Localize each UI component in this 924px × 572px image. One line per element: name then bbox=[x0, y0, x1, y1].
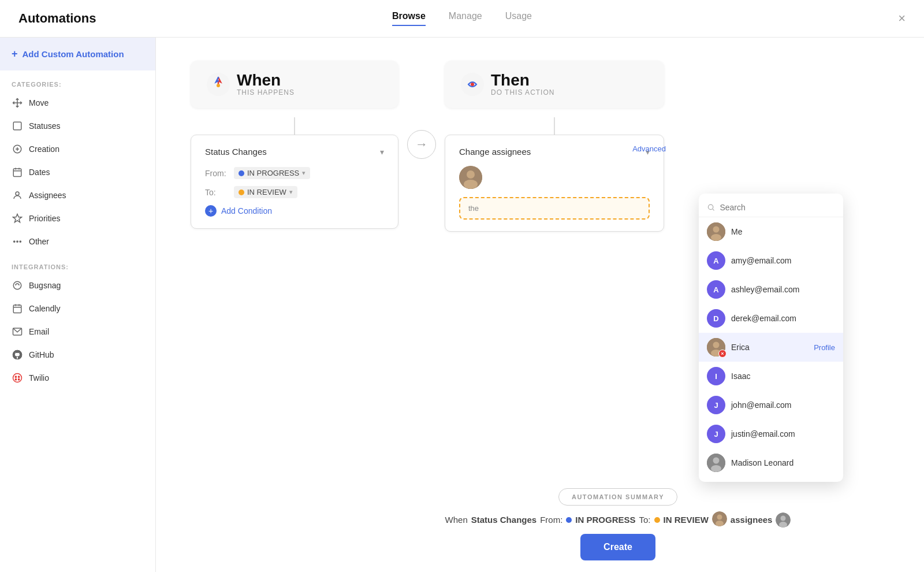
dropdown-item-ashley[interactable]: A ashley@email.com bbox=[699, 275, 843, 304]
svg-rect-4 bbox=[13, 169, 21, 177]
add-custom-automation-label: Add Custom Automation bbox=[23, 49, 124, 59]
sidebar-item-twilio[interactable]: Twilio bbox=[0, 366, 155, 389]
sidebar-item-email[interactable]: Email bbox=[0, 320, 155, 343]
calendly-icon bbox=[12, 303, 23, 314]
assignee-dropdown: Me A amy@email.com A ashley@email.com D … bbox=[699, 194, 843, 482]
isaac-label: Isaac bbox=[731, 372, 750, 381]
summary-from-status: IN PROGRESS bbox=[575, 515, 635, 525]
action-dropdown[interactable]: Change assignees ▾ bbox=[459, 147, 650, 157]
remove-badge: × bbox=[718, 350, 726, 358]
from-row: From: IN PROGRESS ▾ bbox=[205, 167, 384, 179]
sidebar-item-other[interactable]: Other bbox=[0, 230, 155, 253]
sidebar-item-creation[interactable]: Creation bbox=[0, 138, 155, 161]
dropdown-item-john[interactable]: J john@email.com bbox=[699, 391, 843, 419]
then-action-card: Change assignees ▾ bbox=[445, 135, 664, 232]
isaac-avatar: I bbox=[707, 367, 725, 385]
action-label: Change assignees bbox=[459, 147, 531, 157]
svg-rect-0 bbox=[13, 122, 21, 130]
svg-point-45 bbox=[716, 521, 724, 526]
sidebar-item-calendly[interactable]: Calendly bbox=[0, 297, 155, 320]
bottom-area: AUTOMATION SUMMARY When Status Changes F… bbox=[312, 477, 924, 572]
when-subtitle: THIS HAPPENS bbox=[237, 88, 295, 96]
svg-point-42 bbox=[711, 465, 721, 472]
move-icon bbox=[12, 97, 23, 109]
summary-from-dot bbox=[566, 517, 572, 523]
me-avatar bbox=[707, 222, 725, 241]
advanced-link[interactable]: Advanced bbox=[632, 144, 666, 153]
create-button[interactable]: Create bbox=[580, 534, 655, 560]
svg-point-30 bbox=[467, 170, 475, 179]
then-title: Then bbox=[491, 72, 554, 88]
sidebar-item-priorities[interactable]: Priorities bbox=[0, 207, 155, 230]
svg-rect-14 bbox=[13, 305, 21, 313]
dropdown-item-amy[interactable]: A amy@email.com bbox=[699, 246, 843, 275]
dropdown-item-me[interactable]: Me bbox=[699, 217, 843, 246]
trigger-dropdown[interactable]: Status Changes ▾ bbox=[205, 147, 384, 157]
madison-avatar bbox=[707, 454, 725, 472]
from-chevron-icon: ▾ bbox=[302, 169, 305, 177]
dropdown-item-derek[interactable]: D derek@email.com bbox=[699, 304, 843, 333]
sidebar-item-move[interactable]: Move bbox=[0, 91, 155, 114]
add-condition-button[interactable]: + Add Condition bbox=[205, 205, 384, 217]
justin-avatar: J bbox=[707, 425, 725, 443]
dropdown-item-justin[interactable]: J justin@email.com bbox=[699, 419, 843, 448]
assignee-avatars bbox=[459, 166, 650, 189]
then-card-text: Then DO THIS ACTION bbox=[491, 72, 554, 96]
sidebar-creation-label: Creation bbox=[29, 144, 59, 154]
dropdown-item-erica[interactable]: × Erica Profile bbox=[699, 333, 843, 362]
close-icon[interactable]: × bbox=[898, 11, 906, 26]
sidebar-item-assignees[interactable]: Assignees bbox=[0, 184, 155, 207]
sidebar-item-github[interactable]: GitHub bbox=[0, 343, 155, 366]
svg-point-20 bbox=[13, 374, 22, 382]
main-content: When THIS HAPPENS Status Changes ▾ From: bbox=[156, 38, 924, 572]
svg-point-22 bbox=[18, 376, 20, 377]
then-subtitle: DO THIS ACTION bbox=[491, 88, 554, 96]
summary-madison-avatar bbox=[776, 512, 791, 528]
search-input[interactable] bbox=[720, 203, 835, 212]
svg-point-38 bbox=[713, 342, 720, 348]
erica-avatar: × bbox=[707, 338, 725, 356]
sidebar-item-dates[interactable]: Dates bbox=[0, 161, 155, 184]
me-label: Me bbox=[731, 227, 742, 236]
svg-point-24 bbox=[18, 379, 20, 380]
summary-suffix: assignees bbox=[731, 515, 773, 525]
when-section: When THIS HAPPENS Status Changes ▾ From: bbox=[191, 61, 398, 229]
tab-browse[interactable]: Browse bbox=[392, 11, 426, 26]
arrow-connector: → bbox=[398, 130, 445, 159]
tab-usage[interactable]: Usage bbox=[505, 11, 532, 26]
trigger-label: Status Changes bbox=[205, 147, 267, 157]
header-tabs: Browse Manage Usage bbox=[392, 11, 532, 26]
summary-to-status: IN REVIEW bbox=[664, 515, 709, 525]
then-hint-text: the bbox=[468, 204, 479, 213]
svg-point-11 bbox=[17, 241, 18, 242]
sidebar-statuses-label: Statuses bbox=[29, 121, 60, 131]
dates-icon bbox=[12, 166, 23, 178]
derek-label: derek@email.com bbox=[731, 314, 796, 323]
profile-link[interactable]: Profile bbox=[814, 343, 835, 352]
summary-text-row: When Status Changes From: IN PROGRESS To… bbox=[445, 511, 791, 528]
tab-manage[interactable]: Manage bbox=[449, 11, 482, 26]
from-status-badge[interactable]: IN PROGRESS ▾ bbox=[234, 167, 310, 179]
then-section: Then DO THIS ACTION Change assignees ▾ bbox=[445, 61, 664, 232]
sidebar-dates-label: Dates bbox=[29, 168, 50, 177]
svg-line-33 bbox=[713, 209, 714, 211]
svg-point-21 bbox=[15, 376, 16, 377]
email-icon bbox=[12, 326, 23, 337]
to-status-badge[interactable]: IN REVIEW ▾ bbox=[234, 186, 297, 198]
when-condition-card: Status Changes ▾ From: IN PROGRESS ▾ To: bbox=[191, 135, 398, 229]
when-card-text: When THIS HAPPENS bbox=[237, 72, 295, 96]
svg-point-41 bbox=[713, 458, 720, 464]
bugsnag-icon bbox=[12, 280, 23, 291]
john-label: john@email.com bbox=[731, 400, 791, 410]
madison-label: Madison Leonard bbox=[731, 458, 793, 467]
svg-point-35 bbox=[713, 226, 720, 233]
summary-from: From: bbox=[540, 515, 562, 525]
add-custom-automation-button[interactable]: + Add Custom Automation bbox=[0, 38, 155, 70]
svg-point-8 bbox=[16, 192, 19, 195]
sidebar-item-statuses[interactable]: Statuses bbox=[0, 114, 155, 138]
sidebar-priorities-label: Priorities bbox=[29, 214, 60, 223]
then-card-header-inner: Change assignees ▾ bbox=[459, 147, 650, 157]
dropdown-item-madison[interactable]: Madison Leonard bbox=[699, 448, 843, 477]
dropdown-item-isaac[interactable]: I Isaac bbox=[699, 362, 843, 391]
sidebar-item-bugsnag[interactable]: Bugsnag bbox=[0, 274, 155, 297]
